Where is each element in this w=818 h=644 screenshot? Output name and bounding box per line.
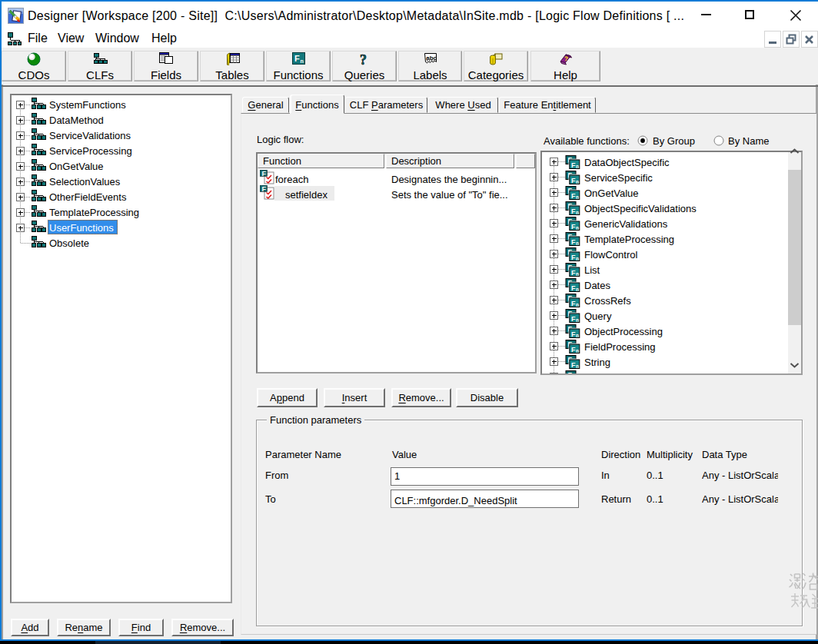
svg-text:n: n <box>576 256 579 261</box>
svg-text:n: n <box>576 194 579 200</box>
svg-text:n: n <box>576 317 579 323</box>
svg-text:F: F <box>568 371 573 373</box>
svg-text:n: n <box>576 302 579 307</box>
svg-text:n: n <box>576 348 579 354</box>
svg-text:n: n <box>576 271 579 277</box>
svg-text:n: n <box>576 241 579 246</box>
svg-text:n: n <box>576 363 579 369</box>
svg-text:abc: abc <box>426 55 437 61</box>
svg-text:F: F <box>262 185 267 193</box>
svg-text:?: ? <box>360 52 367 67</box>
svg-text:n: n <box>576 287 579 292</box>
svg-text:n: n <box>576 164 579 169</box>
svg-text:?: ? <box>564 55 568 63</box>
svg-text:F: F <box>262 170 267 178</box>
svg-text:n: n <box>300 58 303 64</box>
svg-text:F: F <box>294 54 300 63</box>
svg-text:n: n <box>576 333 579 338</box>
svg-text:n: n <box>576 210 579 215</box>
svg-text:n: n <box>576 225 579 231</box>
svg-text:n: n <box>576 179 579 184</box>
